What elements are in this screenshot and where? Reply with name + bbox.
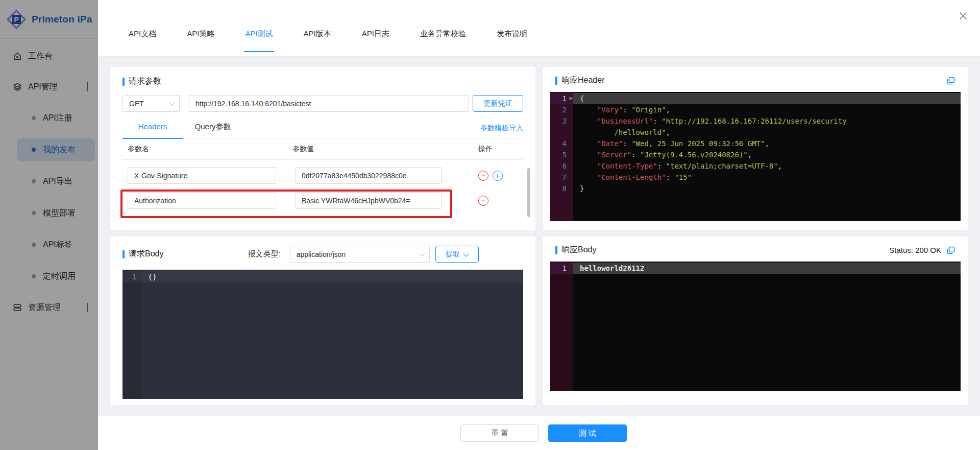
code-line: 8 } bbox=[550, 183, 961, 194]
tab-business-exception-check[interactable]: 业务异常校验 bbox=[419, 20, 467, 52]
chevron-down-icon bbox=[463, 251, 469, 256]
app-window: P Primeton iPa 工作台 API管理 API注册 bbox=[0, 0, 980, 450]
extract-button[interactable]: 提取 bbox=[435, 246, 479, 263]
chevron-down-icon bbox=[169, 100, 175, 105]
param-value-input[interactable] bbox=[295, 167, 442, 184]
response-body-card: 响应Body Status: 200 OK 1 helloworld261 bbox=[543, 236, 968, 405]
title-bar-icon bbox=[555, 77, 557, 85]
col-param-value: 参数值 bbox=[292, 145, 461, 154]
modal-tabbar: API文档 API策略 API测试 API版本 API日志 业务异常校验 发布说… bbox=[98, 0, 980, 57]
param-name-input[interactable] bbox=[128, 192, 276, 209]
modal-dim-overlay bbox=[0, 0, 98, 450]
content-type-select[interactable]: application/json bbox=[290, 246, 430, 263]
tab-api-log[interactable]: API日志 bbox=[361, 20, 390, 52]
reset-button[interactable]: 重 置 bbox=[460, 424, 539, 442]
modal-content: 请求参数 GET 更新凭证 bbox=[98, 57, 980, 416]
request-params-card: 请求参数 GET 更新凭证 bbox=[110, 67, 535, 230]
code-line: /helloworld", bbox=[550, 127, 961, 138]
request-body-card: 请求Body 报文类型: application/json 提取 bbox=[110, 236, 535, 405]
param-template-import-link[interactable]: 参数模板导入 bbox=[480, 124, 523, 133]
code-line: 4 "Date": "Wed, 25 Jun 2025 09:32:56 GMT… bbox=[550, 138, 961, 149]
subtab-headers[interactable]: Headers bbox=[122, 118, 183, 138]
copy-icon[interactable] bbox=[945, 76, 955, 86]
table-scrollbar[interactable] bbox=[527, 168, 530, 217]
tab-api-test[interactable]: API测试 bbox=[244, 20, 274, 52]
code-line: 2 "Vary": "Origin", bbox=[550, 104, 961, 115]
content-type-value: application/json bbox=[297, 250, 346, 258]
param-name-input[interactable] bbox=[128, 167, 276, 184]
code-line: 1 helloworld26112 bbox=[550, 263, 961, 274]
code-line: 1 { bbox=[550, 93, 961, 104]
method-value: GET bbox=[129, 100, 144, 108]
response-body-title: 响应Body bbox=[555, 245, 596, 255]
title-bar-icon bbox=[555, 246, 557, 254]
col-actions: 操作 bbox=[462, 145, 509, 154]
api-test-modal: API文档 API策略 API测试 API版本 API日志 业务异常校验 发布说… bbox=[98, 0, 980, 450]
tab-publish-notes[interactable]: 发布说明 bbox=[496, 20, 528, 52]
code-line: 5 "Server": "Jetty(9.4.56.v20240826)", bbox=[550, 149, 961, 160]
request-body-header: 请求Body 报文类型: application/json 提取 bbox=[122, 246, 523, 263]
remove-row-icon[interactable]: − bbox=[478, 196, 488, 206]
title-bar-icon bbox=[122, 78, 125, 86]
params-table-header: 参数名 参数值 操作 bbox=[122, 138, 523, 160]
subtab-query-params[interactable]: Query参数 bbox=[183, 118, 243, 138]
response-column: 响应Header 1 { bbox=[543, 67, 968, 406]
code-line: 3 "businessUrl": "http://192.168.16.167:… bbox=[550, 115, 961, 127]
request-body-title: 请求Body bbox=[122, 249, 163, 259]
update-credential-button[interactable]: 更新凭证 bbox=[473, 95, 523, 112]
url-input[interactable] bbox=[189, 95, 469, 112]
table-row: − + bbox=[122, 192, 523, 209]
status-badge: Status: 200 OK bbox=[889, 246, 941, 254]
params-subtabs: Headers Query参数 参数模板导入 bbox=[122, 118, 523, 138]
title-bar-icon bbox=[122, 250, 125, 258]
param-value-input[interactable] bbox=[295, 192, 442, 209]
request-params-title: 请求参数 bbox=[122, 76, 523, 87]
chevron-down-icon bbox=[419, 250, 425, 256]
response-header-viewer: 1 { 2 "Vary": "Origin", 3 "businessUrl":… bbox=[550, 92, 961, 221]
code-line: 7 "Content-Length": "15" bbox=[550, 172, 961, 183]
table-row: − + bbox=[122, 167, 523, 184]
method-row: GET 更新凭证 bbox=[122, 95, 523, 112]
tab-api-policy[interactable]: API策略 bbox=[186, 20, 215, 52]
tab-api-version[interactable]: API版本 bbox=[303, 20, 332, 52]
response-body-viewer: 1 helloworld26112 bbox=[550, 262, 961, 391]
col-param-name: 参数名 bbox=[122, 145, 292, 154]
close-icon[interactable] bbox=[958, 10, 969, 21]
copy-icon[interactable] bbox=[945, 245, 955, 255]
tab-api-doc[interactable]: API文档 bbox=[128, 20, 157, 52]
response-header-titlebar: 响应Header bbox=[550, 75, 961, 86]
code-line: 6 "Content-Type": "text/plain;charset=UT… bbox=[550, 160, 961, 172]
content-type-label: 报文类型: bbox=[248, 249, 280, 259]
params-rows: − + − + bbox=[122, 160, 523, 209]
remove-row-icon[interactable]: − bbox=[478, 171, 488, 181]
request-body-editor[interactable]: 1 {} bbox=[122, 270, 523, 399]
fold-icon[interactable] bbox=[569, 98, 573, 100]
test-button[interactable]: 测 试 bbox=[548, 424, 627, 442]
add-row-icon[interactable]: + bbox=[493, 171, 503, 181]
response-header-title: 响应Header bbox=[555, 75, 604, 86]
response-body-titlebar: 响应Body Status: 200 OK bbox=[550, 245, 961, 255]
method-select[interactable]: GET bbox=[122, 95, 180, 112]
modal-footer: 重 置 测 试 bbox=[98, 416, 980, 450]
response-header-card: 响应Header 1 { bbox=[543, 67, 968, 230]
code-line: 1 {} bbox=[122, 271, 523, 282]
request-column: 请求参数 GET 更新凭证 bbox=[110, 67, 535, 406]
